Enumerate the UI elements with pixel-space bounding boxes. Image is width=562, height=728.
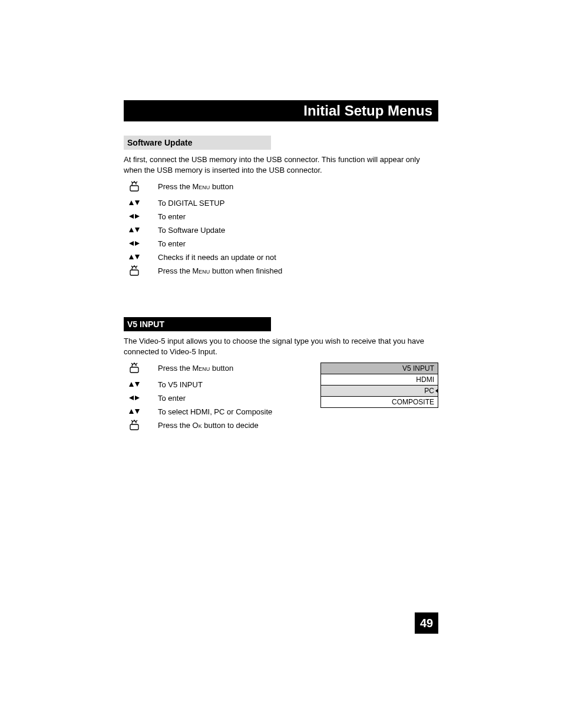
svg-rect-0 [130,186,138,191]
step-text: Press the Ok button to decide [158,420,259,431]
step-row: To Software Update [128,225,438,236]
step-row: Press the Menu button [128,181,438,193]
left-right-arrows-icon [128,211,158,222]
up-down-arrows-icon [128,197,158,208]
svg-marker-10 [135,255,140,259]
step-text: Press the Menu button when finished [158,265,282,276]
svg-marker-2 [135,200,140,205]
svg-marker-18 [135,409,140,414]
press-button-icon [128,265,141,276]
step-row: Press the Menu button when finished [128,265,438,277]
left-right-arrows-icon [128,238,158,249]
svg-marker-8 [135,241,140,246]
press-button-icon [128,181,158,192]
step-text: Checks if it needs an update or not [158,252,276,263]
up-down-arrows-icon [128,408,140,415]
step-row: To enter [128,211,438,223]
step-row: To enter [128,393,309,404]
svg-marker-17 [129,409,134,414]
step-text: To DIGITAL SETUP [158,197,224,209]
up-down-arrows-icon [128,381,140,388]
section-heading-v5-input: V5 INPUT [124,317,271,331]
press-button-icon [128,362,141,374]
svg-marker-5 [129,228,134,232]
press-button-icon [128,419,141,431]
left-right-arrows-icon [128,393,158,403]
press-button-icon [128,363,158,373]
svg-rect-12 [130,367,138,373]
page-number: 49 [415,612,438,634]
step-row: To DIGITAL SETUP [128,197,438,209]
svg-rect-11 [130,270,138,275]
svg-marker-15 [129,396,134,400]
steps-list: Press the Menu buttonTo V5 INPUTTo enter… [128,363,309,431]
menu-table-row: COMPOSITE [321,397,438,407]
step-row: Press the Menu button [128,363,309,374]
manual-page: Initial Setup Menus Software Update At f… [0,0,562,436]
section-intro: At first, connect the USB memory into th… [124,154,438,175]
svg-rect-19 [130,424,138,430]
up-down-arrows-icon [128,253,140,261]
up-down-arrows-icon [128,252,158,262]
step-row: To select HDMI, PC or Composite [128,406,309,418]
step-text: To Software Update [158,225,225,236]
press-button-icon [128,265,158,276]
svg-marker-9 [129,255,134,259]
step-row: Press the Ok button to decide [128,420,309,431]
step-row: To enter [128,238,438,250]
step-text: To select HDMI, PC or Composite [158,406,272,417]
svg-marker-6 [135,228,140,232]
step-text: To enter [158,211,186,222]
press-button-icon [128,180,141,192]
step-text: Press the Menu button [158,181,233,192]
step-text: Press the Menu button [158,363,233,374]
up-down-arrows-icon [128,406,158,417]
step-text: To enter [158,393,186,404]
steps-list: Press the Menu buttonTo DIGITAL SETUPTo … [128,181,438,277]
press-button-icon [128,420,158,430]
step-text: To enter [158,238,186,249]
page-title-bar: Initial Setup Menus [124,100,438,121]
up-down-arrows-icon [128,225,158,235]
svg-marker-3 [129,214,134,219]
menu-table-row: PC [321,386,438,397]
svg-marker-4 [135,214,140,219]
step-row: Checks if it needs an update or not [128,252,438,263]
menu-table-header: V5 INPUT [321,363,438,374]
left-right-arrows-icon [128,240,140,247]
onscreen-menu-table: V5 INPUT HDMIPCCOMPOSITE [320,363,438,408]
left-right-arrows-icon [128,213,140,220]
svg-marker-16 [135,396,140,400]
step-text: To V5 INPUT [158,379,203,390]
page-title: Initial Setup Menus [303,103,432,119]
step-row: To V5 INPUT [128,379,309,391]
svg-marker-7 [129,241,134,246]
up-down-arrows-icon [128,199,140,206]
svg-marker-14 [135,382,140,387]
svg-marker-13 [129,382,134,387]
up-down-arrows-icon [128,226,140,233]
up-down-arrows-icon [128,379,158,390]
section-heading-software-update: Software Update [124,136,271,150]
menu-table-row: HDMI [321,374,438,386]
svg-marker-1 [129,200,134,205]
left-right-arrows-icon [128,394,140,401]
section-intro: The Video-5 input allows you to choose t… [124,336,438,357]
